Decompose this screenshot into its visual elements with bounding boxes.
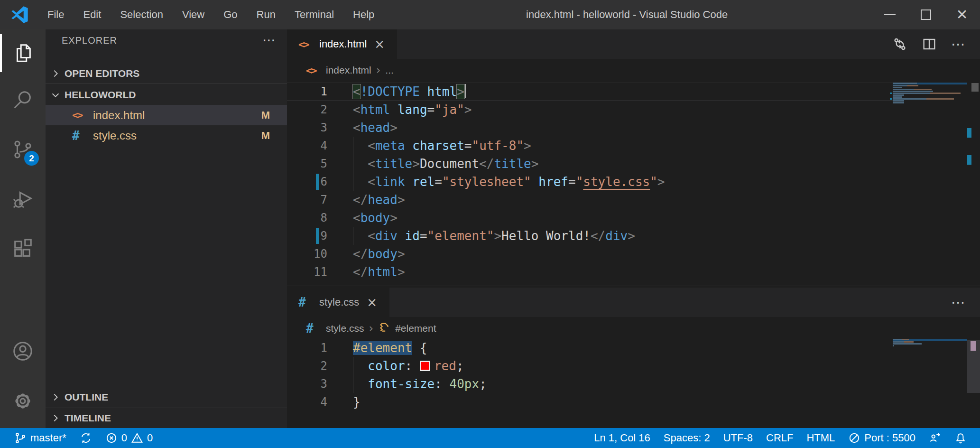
- code-line[interactable]: 6 <link rel="stylesheet" href="style.css…: [287, 173, 893, 191]
- tab-close-icon[interactable]: ×: [365, 295, 379, 309]
- code-line[interactable]: 3 font-size: 40px;: [287, 375, 893, 393]
- code-line[interactable]: 2 color: red;: [287, 357, 893, 375]
- more-actions-icon[interactable]: ⋯: [951, 41, 967, 47]
- close-button[interactable]: ✕: [944, 0, 980, 29]
- extensions-activity-button[interactable]: [0, 226, 46, 272]
- minimap[interactable]: [893, 339, 967, 347]
- minimap-line: [893, 89, 967, 90]
- scrollbar-slider[interactable]: [971, 83, 979, 92]
- search-icon: [12, 89, 34, 111]
- code-token: ;: [456, 359, 464, 373]
- menu-go[interactable]: Go: [216, 6, 245, 24]
- sidebar-more-actions-button[interactable]: ⋯: [262, 37, 277, 43]
- minimap[interactable]: [893, 83, 967, 104]
- notifications-status[interactable]: [948, 432, 973, 444]
- language-mode-status[interactable]: HTML: [800, 432, 841, 444]
- overview-ruler[interactable]: [967, 29, 980, 428]
- minimap-line: [893, 96, 967, 98]
- more-actions-icon[interactable]: ⋯: [951, 299, 967, 305]
- code-line[interactable]: 5 <title>Document</title>: [287, 155, 893, 173]
- modified-badge: M: [261, 130, 270, 142]
- code-line[interactable]: 1<!DOCTYPE html>: [287, 83, 893, 101]
- problems-status[interactable]: 0 0: [99, 432, 160, 444]
- outline-section-header[interactable]: OUTLINE: [46, 387, 287, 407]
- code-token: <: [368, 157, 375, 171]
- maximize-button[interactable]: [908, 0, 944, 29]
- code-line[interactable]: 3<head>: [287, 119, 893, 137]
- settings-button[interactable]: [0, 378, 46, 424]
- breadcrumb-item[interactable]: #element: [395, 323, 436, 334]
- menu-file[interactable]: File: [40, 6, 72, 24]
- run-debug-activity-button[interactable]: [0, 177, 46, 222]
- sync-status[interactable]: [73, 432, 99, 444]
- live-server-port-status[interactable]: Port : 5500: [841, 432, 922, 444]
- split-editor-icon[interactable]: [922, 37, 937, 52]
- close-icon: ✕: [956, 8, 968, 22]
- breadcrumb-item[interactable]: index.html: [326, 65, 371, 76]
- code-token: Document: [420, 157, 479, 171]
- error-count: 0: [121, 432, 127, 444]
- git-branch-status[interactable]: master*: [8, 432, 73, 444]
- line-number: 2: [287, 101, 327, 119]
- code-line[interactable]: 1#element {: [287, 339, 893, 357]
- code-token: >: [494, 229, 501, 243]
- search-activity-button[interactable]: [0, 77, 46, 122]
- menu-help[interactable]: Help: [345, 6, 382, 24]
- gear-icon: [12, 390, 34, 412]
- file-name: index.html: [93, 109, 145, 122]
- explorer-activity-button[interactable]: [0, 30, 46, 76]
- code-line[interactable]: 7</head>: [287, 191, 893, 209]
- css-file-icon: #: [306, 321, 321, 336]
- file-row-style.css[interactable]: #style.cssM: [46, 125, 287, 146]
- line-number: 6: [287, 173, 327, 191]
- code-token: style.css: [583, 175, 650, 189]
- minimize-button[interactable]: [872, 0, 908, 29]
- code-line[interactable]: 9 <div id="element">Hello World!</div>: [287, 227, 893, 245]
- minimap-line-content: [893, 93, 961, 94]
- minimap-line-content: [893, 345, 894, 346]
- tab-style-css[interactable]: # style.css ×: [287, 288, 389, 317]
- timeline-section-header[interactable]: TIMELINE: [46, 408, 287, 428]
- code-token: </: [591, 229, 605, 243]
- open-changes-icon[interactable]: [892, 37, 907, 52]
- open-editors-section-header[interactable]: OPEN EDITORS: [46, 64, 287, 84]
- breadcrumb-item[interactable]: style.css: [326, 323, 364, 334]
- minimap-line: [893, 85, 967, 86]
- menu-edit[interactable]: Edit: [75, 6, 109, 24]
- encoding-status[interactable]: UTF-8: [717, 432, 759, 444]
- tab-index-html[interactable]: <> index.html ×: [287, 29, 397, 59]
- code-line[interactable]: 4 <meta charset="utf-8">: [287, 137, 893, 155]
- tab-close-icon[interactable]: ×: [372, 37, 387, 51]
- eol-status[interactable]: CRLF: [759, 432, 800, 444]
- menu-terminal[interactable]: Terminal: [287, 6, 342, 24]
- indentation-status[interactable]: Spaces: 2: [657, 432, 717, 444]
- menu-view[interactable]: View: [175, 6, 212, 24]
- menu-selection[interactable]: Selection: [112, 6, 171, 24]
- line-number: 7: [287, 191, 327, 209]
- html-file-icon: <>: [72, 109, 87, 121]
- minimap-line-content: [893, 98, 954, 100]
- source-control-activity-button[interactable]: 2: [0, 127, 46, 172]
- vscode-window: FileEditSelectionViewGoRunTerminalHelp i…: [0, 0, 980, 448]
- code-line[interactable]: 8<body>: [287, 209, 893, 227]
- line-number: 11: [287, 263, 327, 281]
- code-editor-index-html[interactable]: 1<!DOCTYPE html>2<html lang="ja">3<head>…: [287, 83, 893, 281]
- accounts-button[interactable]: [0, 328, 46, 374]
- code-line[interactable]: 11</html>: [287, 263, 893, 281]
- code-token: "element": [427, 229, 494, 243]
- cursor-position-status[interactable]: Ln 1, Col 16: [587, 432, 657, 444]
- folder-section-header[interactable]: HELLOWORLD: [46, 84, 287, 105]
- breadcrumb-item[interactable]: ...: [385, 65, 394, 76]
- code-line[interactable]: 2<html lang="ja">: [287, 101, 893, 119]
- line-number: 3: [287, 119, 327, 137]
- code-editor-style-css[interactable]: 1#element {2 color: red;3 font-size: 40p…: [287, 339, 893, 411]
- menu-run[interactable]: Run: [249, 6, 283, 24]
- line-number: 1: [287, 83, 327, 101]
- code-token: 40px: [450, 377, 480, 391]
- file-row-index.html[interactable]: <>index.htmlM: [46, 105, 287, 125]
- code-token: ": [576, 175, 583, 189]
- code-line[interactable]: 4}: [287, 393, 893, 411]
- feedback-status[interactable]: [922, 432, 948, 444]
- code-line[interactable]: 10</body>: [287, 245, 893, 263]
- code-token: body: [368, 247, 398, 261]
